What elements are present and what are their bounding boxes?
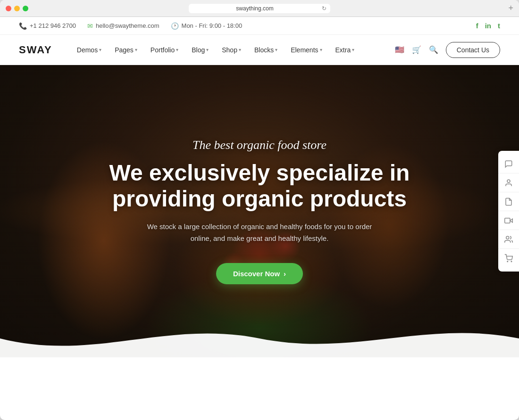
email-address: hello@swaytheme.com [96, 22, 159, 29]
browser-window: ↻ + 📞 +1 212 946 2700 ✉ hello@swaytheme.… [0, 0, 519, 420]
add-tab-button[interactable]: + [508, 3, 513, 13]
phone-item: 📞 +1 212 946 2700 [19, 22, 76, 30]
linkedin-icon[interactable]: in [485, 22, 491, 30]
nav-item-portfolio[interactable]: Portfolio ▾ [145, 42, 184, 58]
close-dot[interactable] [6, 6, 11, 11]
nav-label-blocks: Blocks [254, 46, 274, 54]
email-icon: ✉ [87, 22, 93, 30]
url-input[interactable] [189, 4, 330, 13]
svg-point-3 [506, 236, 509, 239]
video-sidebar-icon[interactable] [498, 211, 519, 230]
svg-marker-1 [510, 219, 512, 222]
document-sidebar-icon[interactable] [498, 192, 519, 211]
arrow-icon: › [284, 270, 286, 278]
main-nav: SWAY Demos ▾ Pages ▾ Portfolio ▾ Blog ▾ [0, 35, 519, 65]
hero-subtitle: The best organic food store [193, 138, 326, 152]
svg-point-0 [507, 180, 510, 182]
chevron-down-icon: ▾ [275, 47, 277, 52]
top-bar-left: 📞 +1 212 946 2700 ✉ hello@swaytheme.com … [19, 22, 242, 30]
group-sidebar-icon[interactable] [498, 230, 519, 249]
cart-sidebar-icon[interactable] [498, 249, 519, 268]
business-hours: Mon - Fri: 9:00 - 18:00 [182, 22, 243, 29]
sidebar-icons-panel [498, 151, 519, 272]
nav-label-pages: Pages [115, 46, 134, 54]
hero-content: The best organic food store We exclusive… [0, 65, 519, 357]
hero-description: We stock a large collection of organic a… [146, 221, 373, 245]
nav-links: Demos ▾ Pages ▾ Portfolio ▾ Blog ▾ Shop [71, 42, 395, 58]
chevron-down-icon: ▾ [239, 47, 241, 52]
chevron-down-icon: ▾ [320, 47, 322, 52]
nav-label-shop: Shop [222, 46, 237, 54]
flag-icon[interactable]: 🇺🇸 [395, 45, 404, 54]
twitter-icon[interactable]: t [498, 22, 500, 30]
nav-label-portfolio: Portfolio [151, 46, 175, 54]
minimize-dot[interactable] [14, 6, 20, 11]
nav-item-elements[interactable]: Elements ▾ [285, 42, 327, 58]
svg-point-5 [511, 261, 512, 262]
nav-item-blocks[interactable]: Blocks ▾ [249, 42, 283, 58]
nav-right: 🇺🇸 🛒 🔍 Contact Us [395, 42, 500, 58]
hero-section: The best organic food store We exclusive… [0, 65, 519, 357]
discover-now-button[interactable]: Discover Now › [216, 263, 303, 284]
nav-item-blog[interactable]: Blog ▾ [186, 42, 214, 58]
cart-nav-icon[interactable]: 🛒 [412, 45, 421, 54]
address-bar: ↻ [189, 4, 330, 13]
chevron-down-icon: ▾ [176, 47, 178, 52]
chevron-down-icon: ▾ [135, 47, 137, 52]
cta-label: Discover Now [233, 270, 280, 278]
chevron-down-icon: ▾ [206, 47, 209, 52]
nav-label-elements: Elements [291, 46, 318, 54]
clock-icon: 🕐 [171, 22, 179, 30]
facebook-icon[interactable]: f [476, 22, 478, 30]
email-item: ✉ hello@swaytheme.com [87, 22, 159, 30]
hours-item: 🕐 Mon - Fri: 9:00 - 18:00 [171, 22, 243, 30]
nav-item-extra[interactable]: Extra ▾ [330, 42, 360, 58]
nav-label-blog: Blog [192, 46, 205, 54]
svg-rect-2 [505, 218, 510, 223]
nav-item-demos[interactable]: Demos ▾ [71, 42, 107, 58]
hero-title: We exclusively specialize in providing o… [94, 160, 425, 212]
chevron-down-icon: ▾ [352, 47, 354, 52]
nav-item-pages[interactable]: Pages ▾ [109, 42, 143, 58]
nav-item-shop[interactable]: Shop ▾ [216, 42, 247, 58]
chat-sidebar-icon[interactable] [498, 155, 519, 173]
user-sidebar-icon[interactable] [498, 173, 519, 192]
nav-label-demos: Demos [77, 46, 98, 54]
nav-label-extra: Extra [335, 46, 351, 54]
browser-dots [6, 6, 28, 11]
top-bar: 📞 +1 212 946 2700 ✉ hello@swaytheme.com … [0, 17, 519, 35]
site-logo[interactable]: SWAY [19, 44, 52, 56]
website-content: 📞 +1 212 946 2700 ✉ hello@swaytheme.com … [0, 17, 519, 414]
top-bar-social: f in t [476, 22, 500, 30]
refresh-icon[interactable]: ↻ [322, 5, 326, 12]
phone-icon: 📞 [19, 22, 27, 30]
maximize-dot[interactable] [23, 6, 28, 11]
svg-point-4 [507, 261, 508, 262]
bottom-section [0, 357, 519, 414]
contact-us-button[interactable]: Contact Us [446, 42, 500, 58]
browser-chrome: ↻ + [0, 0, 519, 17]
search-icon[interactable]: 🔍 [429, 45, 438, 54]
phone-number: +1 212 946 2700 [30, 22, 76, 29]
chevron-down-icon: ▾ [99, 47, 101, 52]
